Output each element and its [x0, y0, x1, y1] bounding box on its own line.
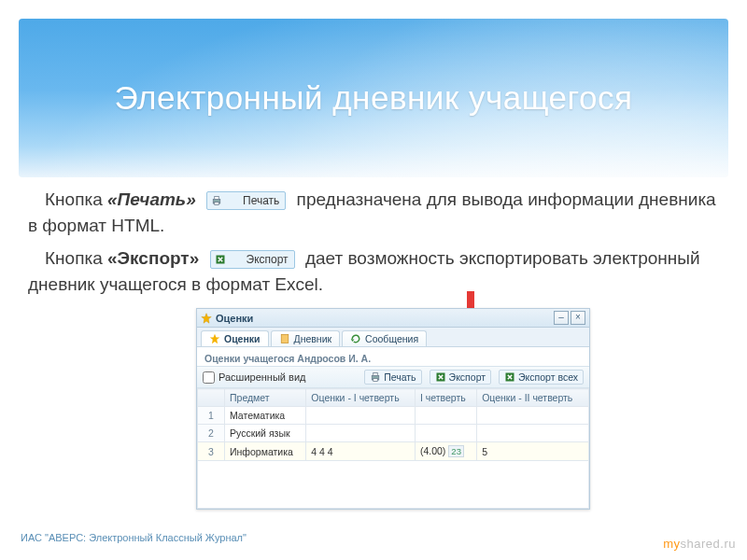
cell-subject: Математика — [225, 407, 306, 425]
window-titlebar: Оценки – × — [197, 309, 589, 328]
cell — [477, 407, 589, 425]
button-label: Экспорт — [449, 371, 486, 383]
button-label: Печать — [226, 193, 279, 208]
export-all-button[interactable]: Экспорт всех — [499, 370, 584, 385]
checkbox-label: Расширенный вид — [218, 371, 305, 383]
book-icon — [279, 333, 290, 344]
printer-icon — [370, 371, 381, 383]
text: Кнопка — [45, 248, 107, 268]
tab-label: Оценки — [224, 333, 261, 344]
col-num — [198, 389, 225, 407]
grades-window: Оценки – × Оценки Дневник Сообщения Оцен… — [196, 308, 590, 510]
window-title: Оценки — [201, 313, 253, 324]
print-button[interactable]: Печать — [364, 370, 421, 385]
svg-rect-6 — [281, 335, 289, 343]
export-button[interactable]: Экспорт — [430, 370, 491, 385]
cell — [415, 407, 476, 425]
table-row-empty — [198, 461, 589, 509]
cell-num: 2 — [198, 425, 225, 442]
checkbox[interactable] — [203, 371, 215, 384]
excel-icon — [215, 254, 226, 265]
excel-icon — [504, 371, 515, 383]
footer-source: ИАС "АВЕРС: Электронный Классный Журнал" — [21, 532, 247, 543]
cell — [306, 407, 416, 425]
tab-messages[interactable]: Сообщения — [342, 330, 427, 346]
grades-table: Предмет Оценки - I четверть I четверть О… — [197, 388, 589, 509]
cell — [477, 425, 589, 442]
cell: (4.00)23 — [415, 442, 476, 461]
svg-rect-9 — [374, 373, 378, 376]
text: Кнопка — [45, 189, 107, 209]
svg-marker-5 — [210, 334, 220, 344]
star-icon — [209, 333, 220, 344]
close-button[interactable]: × — [571, 311, 585, 325]
button-label: Экспорт — [230, 252, 289, 267]
slide-title: Электронный дневник учащегося — [115, 79, 633, 117]
cell-badge: 23 — [448, 445, 464, 457]
table-row[interactable]: 2 Русский язык — [198, 425, 589, 442]
toolbar: Расширенный вид Печать Экспорт Экспорт в… — [197, 366, 589, 388]
table-row[interactable]: 3 Информатика 4 4 4 (4.00)23 5 — [198, 442, 589, 461]
watermark-part: my — [663, 537, 680, 551]
tab-grades[interactable]: Оценки — [201, 330, 269, 346]
svg-rect-2 — [215, 202, 219, 204]
cell-subject: Русский язык — [225, 425, 306, 442]
window-controls: – × — [554, 311, 585, 325]
svg-rect-1 — [215, 196, 219, 199]
minimize-button[interactable]: – — [554, 311, 569, 325]
text-emphasis: «Экспорт» — [107, 248, 199, 268]
text-emphasis: «Печать» — [107, 189, 196, 209]
hero-banner: Электронный дневник учащегося — [19, 19, 728, 177]
slide-body: Кнопка «Печать» Печать предназначена для… — [28, 187, 719, 304]
svg-marker-4 — [202, 313, 212, 323]
watermark-part: shared.ru — [681, 537, 736, 551]
star-icon — [201, 313, 212, 324]
window-title-text: Оценки — [216, 313, 253, 324]
cell-value: (4.00) — [420, 445, 445, 456]
cell — [306, 425, 416, 442]
col-subject: Предмет — [225, 389, 306, 407]
print-button-illustration: Печать — [206, 191, 286, 210]
tab-diary[interactable]: Дневник — [271, 330, 341, 346]
svg-marker-7 — [351, 339, 355, 342]
cell-num: 3 — [198, 442, 225, 461]
cell: 4 4 4 — [306, 442, 416, 461]
svg-rect-10 — [374, 379, 378, 382]
tab-strip: Оценки Дневник Сообщения — [197, 328, 589, 347]
printer-icon — [211, 195, 222, 206]
button-label: Экспорт всех — [518, 371, 578, 383]
extended-view-checkbox[interactable]: Расширенный вид — [203, 371, 305, 384]
slide: Электронный дневник учащегося Кнопка «Пе… — [0, 0, 747, 560]
cell-num: 1 — [198, 407, 225, 425]
table-row[interactable]: 1 Математика — [198, 407, 589, 425]
col-q1: I четверть — [415, 389, 476, 407]
excel-icon — [435, 371, 446, 383]
cell — [415, 425, 476, 442]
export-button-illustration: Экспорт — [210, 250, 295, 269]
tab-label: Дневник — [294, 333, 332, 344]
refresh-icon — [350, 333, 361, 344]
button-label: Печать — [384, 371, 416, 383]
panel-subtitle: Оценки учащегося Андросов И. А. — [197, 347, 589, 366]
cell-subject: Информатика — [225, 442, 306, 461]
col-grades-q2: Оценки - II четверть — [477, 389, 589, 407]
col-grades-q1: Оценки - I четверть — [306, 389, 416, 407]
tab-label: Сообщения — [365, 333, 418, 344]
table-header-row: Предмет Оценки - I четверть I четверть О… — [198, 389, 589, 407]
paragraph-print: Кнопка «Печать» Печать предназначена для… — [28, 187, 719, 238]
footer-watermark: myshared.ru — [663, 537, 736, 551]
cell: 5 — [477, 442, 589, 461]
paragraph-export: Кнопка «Экспорт» Экспорт дает возможност… — [28, 245, 719, 297]
